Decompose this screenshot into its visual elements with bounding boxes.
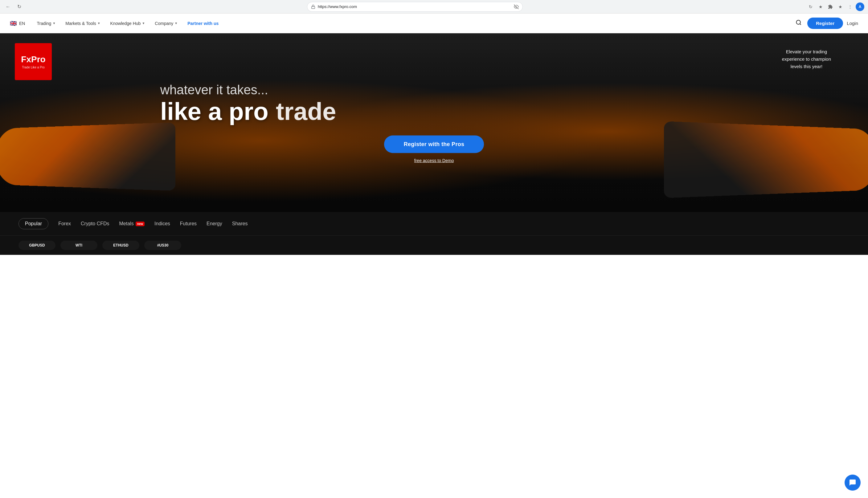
ticker-gbpusd[interactable]: GBPUSD <box>18 241 55 250</box>
profile-button[interactable]: A <box>856 2 864 11</box>
ticker-us30[interactable]: #US30 <box>144 241 181 250</box>
register-with-pros-button[interactable]: Register with the Pros <box>384 135 484 153</box>
refresh-button[interactable]: ↻ <box>15 2 23 11</box>
nav-company[interactable]: Company ▼ <box>150 18 182 28</box>
site-navigation: 🇬🇧 EN Trading ▼ Markets & Tools ▼ Knowle… <box>0 14 868 33</box>
tab-popular[interactable]: Popular <box>18 218 49 229</box>
browser-chrome: ← ↻ https://www.fxpro.com ↻ ★ ★ ⋮ A <box>0 0 868 14</box>
hero-main-content: whatever it takes... like a pro trade Re… <box>0 82 868 163</box>
hero-like-a-pro-text: like a pro <box>160 97 268 126</box>
hero-line1-text: whatever it takes... <box>160 82 862 97</box>
hero-headline: whatever it takes... like a pro trade <box>6 82 862 126</box>
chevron-down-icon: ▼ <box>174 22 177 25</box>
tab-shares[interactable]: Shares <box>232 219 248 229</box>
nav-right-actions: Register Login <box>794 17 858 29</box>
ticker-wti[interactable]: WTI <box>61 241 97 250</box>
hero-line2-text: like a pro trade <box>160 97 862 126</box>
tab-crypto-cfds[interactable]: Crypto CFDs <box>81 219 109 229</box>
nav-items: Trading ▼ Markets & Tools ▼ Knowledge Hu… <box>32 18 794 28</box>
hero-logo: FxPro Trade Like a Pro <box>15 43 52 80</box>
tab-forex[interactable]: Forex <box>58 219 71 229</box>
nav-trading[interactable]: Trading ▼ <box>32 18 60 28</box>
bookmarks-button[interactable]: ★ <box>836 2 845 11</box>
reload-button[interactable]: ↻ <box>806 2 815 11</box>
ticker-ethusd[interactable]: ETHUSD <box>102 241 139 250</box>
url-text: https://www.fxpro.com <box>318 4 511 9</box>
hero-trade-text: trade <box>276 97 336 126</box>
ticker-symbol: #US30 <box>157 243 169 247</box>
tab-metals[interactable]: Metals new <box>119 219 145 229</box>
market-section: Popular Forex Crypto CFDs Metals new Ind… <box>0 212 868 255</box>
star-button[interactable]: ★ <box>816 2 825 11</box>
nav-partner-with-us[interactable]: Partner with us <box>183 18 223 28</box>
eye-slash-icon <box>514 4 519 9</box>
search-button[interactable] <box>794 17 804 29</box>
nav-knowledge-hub[interactable]: Knowledge Hub ▼ <box>106 18 149 28</box>
brand-name: FxPro <box>21 54 45 64</box>
brand-tagline: Trade Like a Pro <box>22 66 45 69</box>
ticker-row: GBPUSD WTI ETHUSD #US30 <box>0 236 868 255</box>
ticker-symbol: WTI <box>76 243 82 247</box>
hero-section: FxPro Trade Like a Pro Elevate your trad… <box>0 33 868 212</box>
login-button[interactable]: Login <box>847 21 858 26</box>
tab-indices[interactable]: Indices <box>155 219 170 229</box>
extensions-button[interactable] <box>826 2 835 11</box>
nav-lang-area[interactable]: 🇬🇧 EN <box>10 20 25 27</box>
tab-energy[interactable]: Energy <box>207 219 222 229</box>
hero-cta-area: Register with the Pros free access to De… <box>6 135 862 163</box>
chevron-down-icon: ▼ <box>52 22 55 25</box>
chevron-down-icon: ▼ <box>142 22 145 25</box>
address-bar[interactable]: https://www.fxpro.com <box>307 2 523 12</box>
hero-side-text: Elevate your trading experience to champ… <box>782 48 831 70</box>
tab-futures[interactable]: Futures <box>180 219 197 229</box>
new-badge: new <box>136 222 145 226</box>
back-button[interactable]: ← <box>4 2 12 11</box>
market-tabs: Popular Forex Crypto CFDs Metals new Ind… <box>0 212 868 236</box>
ticker-symbol: ETHUSD <box>113 243 128 247</box>
menu-button[interactable]: ⋮ <box>846 2 854 11</box>
ticker-symbol: GBPUSD <box>29 243 45 247</box>
lock-icon <box>311 5 315 9</box>
register-button[interactable]: Register <box>807 17 843 29</box>
svg-rect-0 <box>312 6 315 8</box>
chevron-down-icon: ▼ <box>97 22 101 25</box>
demo-access-link[interactable]: free access to Demo <box>414 158 454 163</box>
svg-point-2 <box>797 20 801 24</box>
svg-line-3 <box>800 24 801 25</box>
browser-actions: ↻ ★ ★ ⋮ A <box>806 2 864 11</box>
language-selector[interactable]: EN <box>19 21 25 26</box>
fxpro-brand-logo: FxPro Trade Like a Pro <box>15 43 52 80</box>
nav-markets-tools[interactable]: Markets & Tools ▼ <box>61 18 105 28</box>
side-text-content: Elevate your trading experience to champ… <box>782 49 831 69</box>
flag-icon: 🇬🇧 <box>10 20 17 27</box>
